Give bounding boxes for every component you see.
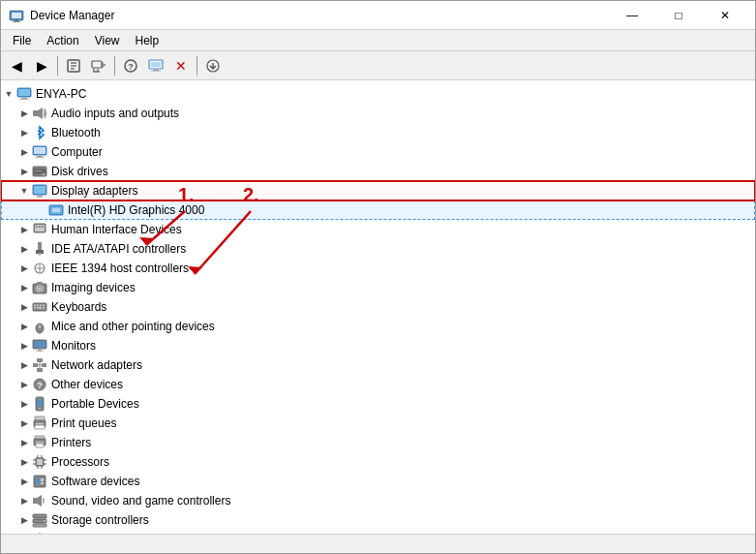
keyboard-expand[interactable]: ▶ xyxy=(16,299,32,315)
delete-button[interactable]: ✕ xyxy=(169,54,193,77)
update-driver-button[interactable] xyxy=(201,54,225,77)
printers-label: Printers xyxy=(51,436,91,449)
menu-view[interactable]: View xyxy=(87,32,128,49)
svg-rect-106 xyxy=(41,482,44,484)
hid-icon xyxy=(32,222,47,237)
tree-item-storage[interactable]: ▶ Storage controllers xyxy=(1,510,755,530)
disk-expand[interactable]: ▶ xyxy=(16,164,32,179)
portable-label: Portable Devices xyxy=(51,397,139,411)
bluetooth-icon xyxy=(32,125,47,140)
minimize-button[interactable]: — xyxy=(610,1,654,30)
computer-button[interactable] xyxy=(144,54,167,77)
forward-button[interactable]: ▶ xyxy=(30,54,53,77)
printq-expand[interactable]: ▶ xyxy=(16,416,32,431)
tree-item-ieee[interactable]: ▶ IEEE 1394 host controllers xyxy=(1,259,755,278)
tree-item-keyboard[interactable]: ▶ Keyboards xyxy=(1,297,755,317)
menu-help[interactable]: Help xyxy=(128,32,167,49)
tree-item-ide[interactable]: ▶ IDE ATA/ATAPI controllers xyxy=(1,239,755,259)
gpu-label: Intel(R) HD Graphics 4000 xyxy=(68,203,204,217)
svg-point-84 xyxy=(39,408,41,410)
proc-expand[interactable]: ▶ xyxy=(16,454,32,470)
tree-item-sound[interactable]: ▶ Sound, video and game controllers xyxy=(1,491,755,510)
maximize-button[interactable]: □ xyxy=(656,1,701,30)
properties-button[interactable] xyxy=(62,54,85,77)
mice-expand[interactable]: ▶ xyxy=(16,319,32,334)
tree-item-display[interactable]: ▼ Display adapters xyxy=(1,181,755,200)
other-expand[interactable]: ▶ xyxy=(16,377,32,392)
sysdev-expand[interactable]: ▶ xyxy=(16,532,32,534)
monitors-label: Monitors xyxy=(51,339,96,353)
tree-view[interactable]: ▼ ENYA-PC ▶ Audio inputs and outputs ▶ xyxy=(1,80,755,534)
help-button[interactable]: ? xyxy=(119,54,142,77)
tree-item-other[interactable]: ▶ ? Other devices xyxy=(1,375,755,394)
svg-rect-113 xyxy=(33,524,46,527)
app-icon xyxy=(9,8,24,23)
tree-root[interactable]: ▼ ENYA-PC xyxy=(1,84,755,104)
back-button[interactable]: ◀ xyxy=(5,54,28,77)
toolbar-separator-2 xyxy=(114,56,115,76)
portable-expand[interactable]: ▶ xyxy=(16,396,32,412)
tree-item-network[interactable]: ▶ Network adapters xyxy=(1,355,755,375)
soft-expand[interactable]: ▶ xyxy=(16,474,32,489)
disk-icon xyxy=(32,164,47,179)
printers-expand[interactable]: ▶ xyxy=(16,435,32,450)
tree-item-computer[interactable]: ▶ Computer xyxy=(1,142,755,162)
ide-icon xyxy=(32,241,47,257)
tree-item-imaging[interactable]: ▶ Imaging devices xyxy=(1,278,755,297)
computer-icon xyxy=(32,144,47,160)
svg-marker-27 xyxy=(38,108,43,119)
svg-rect-71 xyxy=(36,351,44,352)
tree-item-portable[interactable]: ▶ Portable Devices xyxy=(1,394,755,414)
sound-icon xyxy=(32,493,47,508)
close-button[interactable]: ✕ xyxy=(703,1,747,30)
sysdev-icon xyxy=(32,532,47,534)
display-expand[interactable]: ▼ xyxy=(16,183,32,199)
ieee-expand[interactable]: ▶ xyxy=(16,261,32,276)
toolbar: ◀ ▶ ? ✕ xyxy=(1,51,755,80)
svg-rect-46 xyxy=(42,226,44,228)
proc-label: Processors xyxy=(51,455,109,469)
root-expand[interactable]: ▼ xyxy=(1,86,16,102)
tree-item-disk[interactable]: ▶ Disk drives xyxy=(1,162,755,181)
svg-rect-88 xyxy=(35,425,45,429)
sound-expand[interactable]: ▶ xyxy=(16,493,32,508)
audio-expand[interactable]: ▶ xyxy=(16,106,32,121)
ide-expand[interactable]: ▶ xyxy=(16,241,32,257)
svg-rect-37 xyxy=(34,186,45,194)
title-bar-controls: — □ ✕ xyxy=(610,1,747,30)
soft-label: Software devices xyxy=(51,475,139,488)
svg-rect-60 xyxy=(40,305,42,307)
title-bar: Device Manager — □ ✕ xyxy=(1,1,755,30)
tree-item-sysdev[interactable]: ▶ System devices xyxy=(1,530,755,534)
ide-label: IDE ATA/ATAPI controllers xyxy=(51,242,186,256)
tree-item-mice[interactable]: ▶ Mice and other pointing devices xyxy=(1,317,755,336)
monitors-expand[interactable]: ▶ xyxy=(16,338,32,354)
tree-item-proc[interactable]: ▶ Processors xyxy=(1,452,755,472)
scan-button[interactable] xyxy=(87,54,110,77)
storage-icon xyxy=(32,512,47,528)
imaging-expand[interactable]: ▶ xyxy=(16,280,32,295)
network-icon xyxy=(32,357,47,373)
tree-item-soft[interactable]: ▶ Software devices xyxy=(1,472,755,491)
hid-expand[interactable]: ▶ xyxy=(16,222,32,237)
disk-label: Disk drives xyxy=(51,165,108,178)
tree-item-bluetooth[interactable]: ▶ Bluetooth xyxy=(1,123,755,142)
hid-label: Human Interface Devices xyxy=(51,223,182,236)
tree-item-gpu[interactable]: ▶ Intel(R) HD Graphics 4000 xyxy=(1,200,755,220)
menu-action[interactable]: Action xyxy=(39,32,86,49)
computer-expand[interactable]: ▶ xyxy=(16,144,32,160)
storage-expand[interactable]: ▶ xyxy=(16,512,32,528)
svg-rect-83 xyxy=(37,399,43,407)
tree-item-monitors[interactable]: ▶ Monitors xyxy=(1,336,755,355)
audio-label: Audio inputs and outputs xyxy=(51,107,179,120)
bluetooth-expand[interactable]: ▶ xyxy=(16,125,32,140)
root-icon xyxy=(16,86,32,102)
main-area: ▼ ENYA-PC ▶ Audio inputs and outputs ▶ xyxy=(1,80,755,534)
tree-item-hid[interactable]: ▶ Human Interface Devices xyxy=(1,220,755,239)
printers-icon xyxy=(32,435,47,450)
tree-item-printq[interactable]: ▶ Print queues xyxy=(1,414,755,433)
tree-item-audio[interactable]: ▶ Audio inputs and outputs xyxy=(1,104,755,123)
menu-file[interactable]: File xyxy=(5,32,39,49)
tree-item-printers[interactable]: ▶ Printers xyxy=(1,433,755,452)
network-expand[interactable]: ▶ xyxy=(16,357,32,373)
